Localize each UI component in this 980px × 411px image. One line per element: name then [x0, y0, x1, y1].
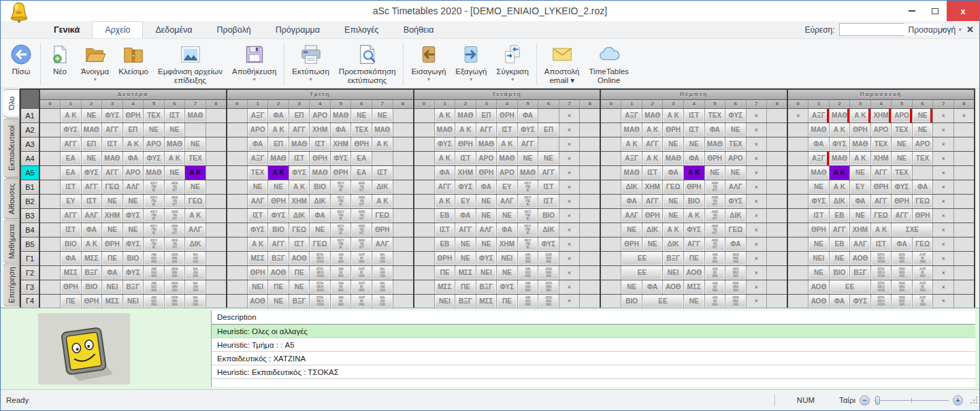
timetable-cell[interactable]: ΜΣΣ — [476, 294, 497, 308]
timetable-cell[interactable] — [206, 108, 227, 122]
timetable-cell[interactable]: ΜΣΣ — [683, 280, 704, 294]
timetable-cell[interactable]: × — [933, 294, 954, 308]
timetable-cell[interactable] — [39, 180, 61, 194]
timetable-cell[interactable]: ΑΓΓ — [102, 165, 123, 180]
timetable-cell[interactable]: ΒΙΟ — [829, 265, 850, 280]
timetable-cell[interactable]: × — [559, 180, 580, 194]
timetable-cell[interactable]: ΜΣΣ — [247, 251, 268, 265]
timetable-cell[interactable]: ΠΕ — [289, 265, 310, 280]
timetable-cell[interactable]: ΓΕΩ — [289, 223, 310, 237]
timetable-cell[interactable] — [580, 122, 601, 137]
timetable-cell[interactable]: ΓΕΩ — [725, 223, 747, 237]
timetable-cell[interactable] — [206, 151, 227, 165]
timetable-cell[interactable]: ΠΕ — [497, 294, 518, 308]
timetable-cell[interactable]: ΘΡΗ — [434, 251, 455, 265]
timetable-cell[interactable]: ΦΑ — [268, 108, 289, 122]
ribbon-button-compare[interactable]: Σύγκριση▼ — [491, 42, 534, 86]
timetable-cell[interactable]: ΒΞΓ — [122, 280, 144, 294]
timetable-cell[interactable]: ΙΣΤ — [683, 108, 704, 122]
menu-tab-2[interactable]: Αρχείο — [92, 21, 143, 38]
timetable-cell[interactable]: ΜΑΘ — [434, 122, 455, 137]
timetable-cell[interactable] — [227, 280, 248, 294]
timetable-cell[interactable]: ΦΑ — [621, 194, 642, 208]
timetable-cell[interactable]: ΘΡΗ — [81, 294, 102, 308]
timetable-cell[interactable]: ΕΠ — [476, 108, 497, 122]
timetable-cell-multi[interactable]: ΕΠΑΘΕΑΛΟΘ — [310, 265, 331, 280]
timetable-cell[interactable]: ΦΥΣ — [850, 294, 871, 308]
timetable-cell[interactable]: ΑΟΘ — [808, 294, 830, 308]
timetable-cell[interactable] — [39, 208, 61, 223]
timetable-cell[interactable] — [39, 223, 61, 237]
timetable-cell[interactable]: ΦΑ — [912, 180, 933, 194]
timetable-cell[interactable]: ΘΡΗ — [330, 165, 351, 180]
timetable-cell[interactable] — [227, 294, 248, 308]
timetable-cell[interactable] — [767, 165, 788, 180]
timetable-cell-multi[interactable]: ΛΑΤΙΚΦΘ — [351, 294, 372, 308]
timetable-cell-multi[interactable]: ΑΕΚΥΒΚΤ — [704, 237, 725, 251]
description-row[interactable]: Heuristic: Ολες οι αλλαγές — [212, 325, 975, 338]
timetable-cell-multi[interactable]: ΝΑΑΘΟΘ — [185, 251, 206, 265]
menu-tab-6[interactable]: Επιλογές — [332, 21, 391, 38]
timetable-cell[interactable]: ΜΑΘ — [621, 122, 642, 137]
timetable-cell-multi[interactable]: ΚΕΥΠΒΙΕ — [517, 180, 538, 194]
timetable-cell[interactable]: ΤΕΧ — [892, 165, 913, 180]
timetable-cell[interactable]: ΦΑ — [683, 151, 704, 165]
timetable-cell-multi[interactable]: ΑΙΚΘΩΦΘ — [144, 265, 165, 280]
timetable-cell[interactable]: ΑΛΓ — [247, 194, 268, 208]
timetable-cell[interactable]: × — [746, 251, 767, 265]
timetable-cell[interactable]: ΠΕ — [268, 280, 289, 294]
timetable-cell[interactable]: ΕΥ — [850, 180, 871, 194]
timetable-cell[interactable]: ΦΑ — [497, 223, 518, 237]
timetable-cell[interactable]: ΜΑΘ — [289, 137, 310, 151]
timetable-cell[interactable]: ΑΓΓ — [870, 165, 892, 180]
timetable-cell[interactable]: ΦΥΣ — [81, 165, 102, 180]
timetable-cell[interactable]: ΓΕΩ — [102, 180, 123, 194]
row-label[interactable]: B1 — [20, 180, 39, 194]
timetable-cell[interactable]: Α Κ — [829, 180, 850, 194]
timetable-cell[interactable] — [580, 280, 601, 294]
timetable-cell[interactable]: × — [933, 165, 954, 180]
timetable-cell[interactable]: ΑΓΓ — [517, 137, 538, 151]
timetable-cell[interactable]: Α Κ — [870, 223, 892, 237]
timetable-cell[interactable]: ΑΞΓ — [621, 108, 642, 122]
timetable-cell[interactable]: × — [559, 194, 580, 208]
timetable-cell[interactable] — [953, 194, 975, 208]
timetable-cell[interactable]: ΑΓΓ — [434, 180, 455, 194]
timetable-cell[interactable]: ΦΑ — [663, 165, 684, 180]
timetable-cell[interactable]: ΝΕ — [808, 265, 830, 280]
timetable-cell[interactable]: ΦΥΣ — [122, 208, 144, 223]
timetable-cell[interactable]: ΑΡΟ — [310, 108, 331, 122]
timetable-cell[interactable] — [912, 165, 933, 180]
timetable-cell[interactable]: ΝΕΙ — [808, 251, 830, 265]
timetable-cell[interactable] — [227, 151, 248, 165]
timetable-cell[interactable] — [580, 151, 601, 165]
timetable-cell[interactable]: ΒΞΓ — [268, 251, 289, 265]
timetable-cell[interactable]: ΒΙΟ — [61, 237, 82, 251]
toolbar-close-icon[interactable]: ✕ — [966, 24, 974, 35]
timetable-cell[interactable]: ΝΕ — [455, 251, 476, 265]
timetable-cell[interactable]: ΝΕ — [455, 237, 476, 251]
timetable-cell[interactable] — [39, 151, 61, 165]
timetable-cell[interactable]: ΙΣΤ — [61, 223, 82, 237]
timetable-cell[interactable] — [767, 108, 788, 122]
timetable-cell[interactable]: ΝΕ — [808, 237, 830, 251]
timetable-cell[interactable]: ΑΛΓ — [122, 180, 144, 194]
timetable-cell[interactable]: ΙΣΤ — [538, 180, 559, 194]
view-tab-inactive[interactable]: Μαθήματα — [3, 220, 20, 263]
timetable-cell[interactable]: ΓΕΩ — [870, 208, 892, 223]
timetable-cell[interactable] — [393, 180, 414, 194]
timetable-cell[interactable] — [600, 294, 621, 308]
timetable-cell[interactable]: × — [559, 208, 580, 223]
timetable-cell[interactable]: ΔΙΚ — [372, 180, 393, 194]
view-tab-inactive[interactable]: Εκπαιδευτικοί — [3, 118, 20, 178]
timetable-cell[interactable]: Α Κ — [247, 237, 268, 251]
timetable-cell[interactable]: ΜΑΘ — [642, 108, 663, 122]
timetable-cell-multi[interactable]: ΚΕΥΠΒΙΕ — [144, 208, 165, 223]
timetable-cell[interactable]: ΦΥΣ — [247, 223, 268, 237]
timetable-cell[interactable]: × — [746, 208, 767, 223]
ribbon-button-save[interactable]: Αποθήκευση▼ — [227, 42, 281, 86]
timetable-cell[interactable]: ΝΕ — [144, 122, 165, 137]
timetable-cell[interactable]: ΕΠ — [81, 137, 102, 151]
timetable-cell[interactable]: ΘΡΗ — [642, 208, 663, 223]
zoom-in-button[interactable]: + — [953, 395, 963, 406]
